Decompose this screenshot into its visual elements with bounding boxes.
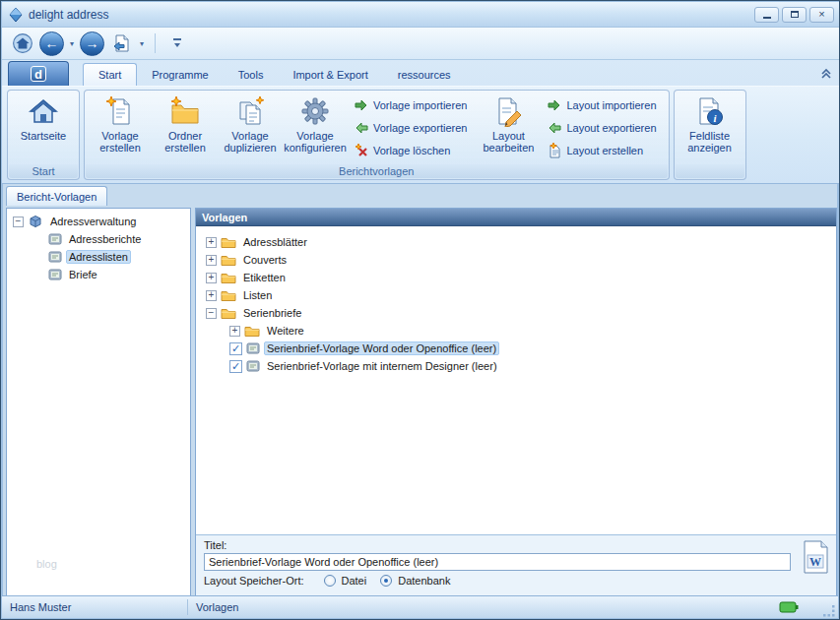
app-menu-button[interactable]: d bbox=[8, 61, 69, 86]
tab-programme[interactable]: Programme bbox=[137, 64, 223, 86]
tree-item-adresslisten[interactable]: Adresslisten bbox=[66, 250, 131, 264]
tab-start[interactable]: Start bbox=[83, 63, 137, 86]
speicherort-row: Layout Speicher-Ort: Datei Datenbank bbox=[204, 575, 828, 587]
chevron-up-icon bbox=[819, 66, 833, 80]
speicherort-label: Layout Speicher-Ort: bbox=[204, 575, 304, 587]
publish-button[interactable] bbox=[108, 31, 134, 56]
minimize-icon bbox=[763, 17, 771, 19]
toolbar-options-button[interactable] bbox=[164, 31, 190, 56]
feldliste-anzeigen-button[interactable]: i Feldliste anzeigen bbox=[678, 93, 743, 154]
resize-grip[interactable] bbox=[822, 604, 836, 618]
collapse-toggle-icon[interactable]: − bbox=[206, 308, 217, 319]
app-icon bbox=[8, 7, 24, 23]
tree-item-adressverwaltung[interactable]: Adressverwaltung bbox=[47, 215, 139, 228]
group-label-berichtvorlagen: Berichtvorlagen bbox=[86, 164, 668, 178]
word-document-icon: W bbox=[801, 540, 830, 574]
export-icon bbox=[354, 120, 369, 136]
folder-serienbriefe[interactable]: Serienbriefe bbox=[240, 306, 304, 320]
tab-bericht-vorlagen[interactable]: Bericht-Vorlagen bbox=[6, 186, 107, 206]
vorlage-erstellen-button[interactable]: Vorlage erstellen bbox=[88, 93, 153, 154]
folder-icon bbox=[221, 287, 236, 303]
folder-icon bbox=[244, 323, 260, 339]
tree-row: Adresslisten bbox=[7, 248, 190, 266]
tree-row: + Listen bbox=[196, 286, 836, 304]
vorlage-duplizieren-button[interactable]: Vorlage duplizieren bbox=[218, 93, 283, 154]
tab-ressources[interactable]: ressources bbox=[383, 64, 466, 86]
template-word-openoffice[interactable]: Serienbrief-Vorlage Word oder Openoffice… bbox=[264, 341, 499, 355]
layout-importieren-button[interactable]: Layout importieren bbox=[545, 95, 661, 115]
import-icon bbox=[547, 97, 562, 113]
back-arrow-icon: ← bbox=[45, 36, 59, 50]
back-history-dropdown[interactable]: ▾ bbox=[68, 39, 76, 48]
expand-toggle-icon[interactable]: + bbox=[206, 290, 217, 301]
folder-etiketten[interactable]: Etiketten bbox=[240, 271, 289, 284]
radio-datenbank[interactable] bbox=[380, 575, 392, 587]
titel-input[interactable] bbox=[204, 553, 791, 571]
vorlage-loeschen-button[interactable]: Vorlage löschen bbox=[352, 141, 472, 160]
collapse-toggle-icon[interactable]: − bbox=[13, 217, 24, 227]
ribbon-collapse-button[interactable] bbox=[818, 65, 834, 81]
home-button[interactable] bbox=[10, 31, 35, 56]
template-icon bbox=[246, 341, 260, 355]
layout-bearbeiten-button[interactable]: Layout bearbeiten bbox=[476, 93, 541, 154]
toolbar-separator bbox=[155, 33, 156, 53]
vorlage-exportieren-button[interactable]: Vorlage exportieren bbox=[352, 118, 472, 138]
toolbar-options-icon bbox=[171, 37, 183, 49]
tree-row: Briefe bbox=[7, 266, 190, 283]
folder-icon bbox=[221, 305, 236, 321]
home-globe-icon bbox=[12, 32, 33, 54]
statusbar-context: Vorlagen bbox=[196, 601, 779, 613]
tree-row: ✓ Serienbrief-Vorlage mit internem Desig… bbox=[196, 357, 836, 375]
publish-dropdown[interactable]: ▾ bbox=[138, 39, 146, 48]
folder-couverts[interactable]: Couverts bbox=[240, 253, 290, 267]
tree-row: − Adressverwaltung bbox=[7, 213, 190, 230]
startseite-button[interactable]: Startseite bbox=[11, 93, 76, 142]
template-checkbox[interactable]: ✓ bbox=[229, 342, 242, 355]
statusbar-user: Hans Muster bbox=[2, 601, 187, 613]
radio-datei[interactable] bbox=[324, 575, 336, 587]
watermark-text: blog bbox=[36, 558, 57, 570]
configure-gear-icon bbox=[299, 95, 331, 127]
template-checkbox[interactable]: ✓ bbox=[229, 360, 242, 373]
report-icon bbox=[48, 250, 62, 264]
button-label: Layout importieren bbox=[566, 99, 656, 111]
quick-access-toolbar: ← ▾ → ▾ bbox=[2, 28, 840, 60]
ribbon-group-feldliste: i Feldliste anzeigen bbox=[674, 90, 746, 180]
expand-toggle-icon[interactable]: + bbox=[206, 237, 217, 248]
tree-item-briefe[interactable]: Briefe bbox=[66, 268, 100, 281]
statusbar-separator bbox=[187, 599, 188, 615]
expand-toggle-icon[interactable]: + bbox=[229, 326, 240, 337]
folder-weitere[interactable]: Weitere bbox=[264, 324, 307, 338]
back-button[interactable]: ← bbox=[39, 31, 64, 56]
maximize-icon bbox=[791, 11, 799, 18]
tab-import-export[interactable]: Import & Export bbox=[278, 64, 382, 86]
tab-tools[interactable]: Tools bbox=[224, 64, 279, 86]
app-logo-icon: d bbox=[31, 66, 46, 82]
statusbar: Hans Muster Vorlagen bbox=[2, 595, 838, 618]
template-interner-designer[interactable]: Serienbrief-Vorlage mit internem Designe… bbox=[264, 359, 500, 373]
titlebar: delight address × bbox=[2, 2, 840, 28]
report-icon bbox=[48, 232, 62, 246]
layout-erstellen-button[interactable]: Layout erstellen bbox=[545, 141, 661, 160]
close-button[interactable]: × bbox=[809, 7, 834, 23]
folder-listen[interactable]: Listen bbox=[240, 288, 275, 302]
vorlage-importieren-button[interactable]: Vorlage importieren bbox=[352, 95, 472, 115]
folder-adressblaetter[interactable]: Adressblätter bbox=[240, 235, 310, 249]
forward-button[interactable]: → bbox=[80, 31, 104, 56]
expand-toggle-icon[interactable]: + bbox=[206, 273, 217, 283]
report-icon bbox=[48, 268, 62, 281]
ordner-erstellen-button[interactable]: Ordner erstellen bbox=[153, 93, 218, 154]
layout-exportieren-button[interactable]: Layout exportieren bbox=[545, 118, 661, 138]
tree-row: + Adressblätter bbox=[196, 233, 836, 251]
folder-icon bbox=[221, 270, 236, 285]
new-layout-icon bbox=[547, 143, 562, 158]
minimize-button[interactable] bbox=[754, 7, 779, 23]
tree-row: + Weitere bbox=[196, 322, 836, 340]
tree-item-adressberichte[interactable]: Adressberichte bbox=[66, 232, 144, 246]
maximize-button[interactable] bbox=[782, 7, 807, 23]
radio-datei-label: Datei bbox=[342, 575, 367, 587]
expand-toggle-icon[interactable]: + bbox=[206, 255, 217, 266]
tree-row: ✓ Serienbrief-Vorlage Word oder Openoffi… bbox=[196, 340, 836, 357]
vorlage-konfigurieren-button[interactable]: Vorlage konfigurieren bbox=[283, 93, 348, 154]
window-controls: × bbox=[754, 7, 834, 23]
